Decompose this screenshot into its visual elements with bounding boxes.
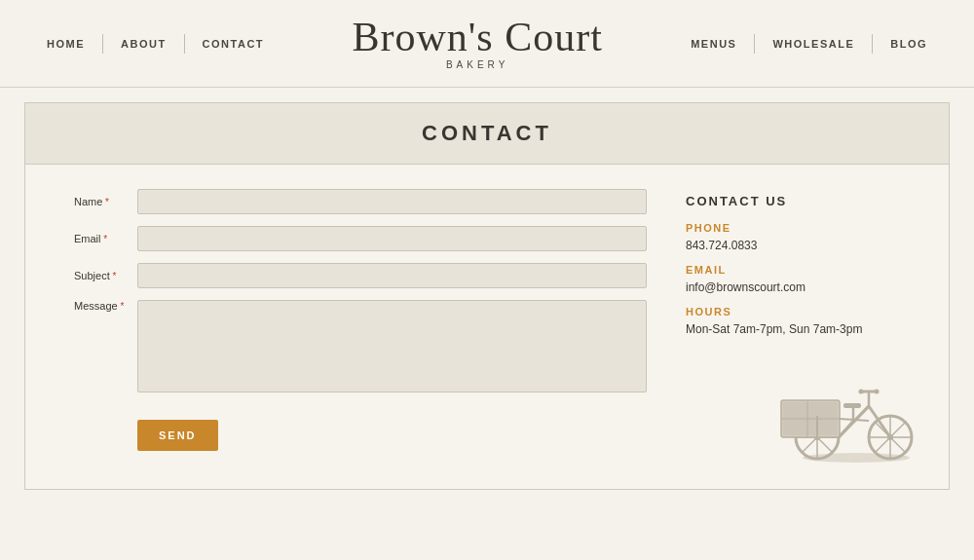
subject-input[interactable]: [137, 263, 647, 288]
nav-about[interactable]: ABOUT: [103, 38, 184, 50]
name-required: *: [102, 197, 109, 207]
name-row: Name *: [74, 189, 647, 214]
name-input[interactable]: [137, 189, 647, 214]
svg-rect-18: [843, 403, 861, 408]
nav-home[interactable]: HOME: [29, 38, 102, 50]
svg-point-22: [875, 390, 880, 394]
page-title-bar: CONTACT: [25, 103, 949, 165]
page-title: CONTACT: [45, 121, 929, 146]
phone-value: 843.724.0833: [686, 237, 919, 254]
main-container: CONTACT Name * Email * Subject *: [24, 102, 950, 490]
contact-form: Name * Email * Subject * Message *: [74, 189, 647, 465]
message-textarea[interactable]: [137, 300, 647, 392]
svg-line-14: [869, 406, 890, 437]
site-header: HOME ABOUT CONTACT Brown's Court Bakery …: [0, 0, 974, 88]
message-required: *: [118, 301, 125, 312]
message-row: Message *: [74, 300, 647, 392]
bakery-bike-svg: [764, 357, 919, 465]
logo-script: Brown's Court: [352, 17, 602, 57]
phone-label: PHONE: [686, 222, 919, 234]
site-logo[interactable]: Brown's Court Bakery: [281, 17, 673, 70]
svg-line-16: [839, 421, 853, 437]
contact-us-title: CONTACT US: [686, 194, 919, 208]
subject-row: Subject *: [74, 263, 647, 288]
email-label: Email *: [74, 233, 137, 244]
logo-subtitle: Bakery: [446, 59, 508, 70]
name-label: Name *: [74, 196, 137, 207]
nav-blog[interactable]: BLOG: [873, 38, 945, 50]
nav-menus[interactable]: MENUS: [673, 38, 754, 50]
message-label: Message *: [74, 300, 137, 312]
email-required: *: [101, 234, 108, 244]
nav-contact[interactable]: CONTACT: [185, 38, 281, 50]
svg-line-28: [840, 419, 869, 421]
email-input[interactable]: [137, 226, 647, 251]
send-button[interactable]: SEND: [137, 420, 218, 451]
contact-info-panel: CONTACT US PHONE 843.724.0833 EMAIL info…: [686, 189, 919, 465]
subject-required: *: [110, 271, 117, 281]
bike-illustration: [686, 357, 919, 465]
svg-point-21: [859, 390, 864, 394]
nav-right: MENUS WHOLESALE BLOG: [673, 34, 945, 54]
nav-left: HOME ABOUT CONTACT: [29, 34, 281, 54]
hours-label: HOURS: [686, 306, 919, 317]
hours-value: Mon-Sat 7am-7pm, Sun 7am-3pm: [686, 320, 919, 338]
nav-wholesale[interactable]: WHOLESALE: [755, 38, 872, 50]
email-info-label: EMAIL: [686, 264, 919, 276]
send-button-container: SEND: [74, 404, 647, 451]
email-info-value: info@brownscourt.com: [686, 279, 919, 296]
subject-label: Subject *: [74, 270, 137, 281]
content-area: Name * Email * Subject * Message *: [25, 165, 949, 489]
email-row: Email *: [74, 226, 647, 251]
